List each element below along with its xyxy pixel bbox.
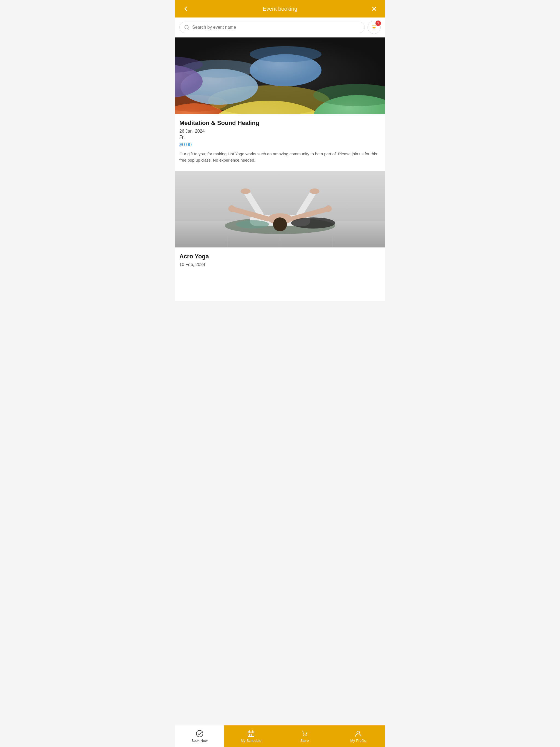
event-card: Meditation & Sound Healing 26 Jan, 2024 … bbox=[175, 37, 385, 169]
event-description: Our gift to you, for making Hot Yoga wor… bbox=[179, 151, 381, 163]
back-button[interactable] bbox=[180, 3, 192, 14]
search-input[interactable] bbox=[192, 25, 360, 30]
search-container: 1 bbox=[175, 18, 385, 37]
svg-point-14 bbox=[250, 46, 322, 62]
store-label: Store bbox=[300, 739, 309, 743]
svg-rect-44 bbox=[251, 734, 252, 735]
check-circle-icon bbox=[196, 730, 203, 738]
event-title: Meditation & Sound Healing bbox=[179, 120, 381, 127]
book-now-label: Book Now bbox=[192, 739, 207, 743]
svg-rect-43 bbox=[249, 734, 250, 735]
search-wrapper bbox=[179, 22, 365, 33]
filter-badge: 1 bbox=[376, 21, 381, 26]
svg-point-31 bbox=[273, 217, 287, 231]
event-date-second: 10 Feb, 2024 bbox=[179, 262, 381, 267]
bottom-navigation: Book Now My Schedule Stor bbox=[175, 725, 385, 747]
filter-button[interactable]: 1 bbox=[367, 21, 381, 34]
calendar-icon bbox=[247, 730, 255, 738]
event-info-second: Acro Yoga 10 Feb, 2024 bbox=[175, 248, 385, 274]
event-price: $0.00 bbox=[179, 142, 381, 148]
event-title-second: Acro Yoga bbox=[179, 253, 381, 260]
my-profile-label: My Profile bbox=[350, 739, 366, 743]
nav-tabs: My Schedule Store My Profile bbox=[224, 725, 385, 747]
svg-point-34 bbox=[228, 205, 235, 212]
page-title: Event booking bbox=[192, 6, 368, 12]
svg-point-28 bbox=[240, 188, 250, 194]
svg-rect-17 bbox=[175, 171, 385, 220]
search-icon bbox=[184, 25, 189, 30]
event-info: Meditation & Sound Healing 26 Jan, 2024 … bbox=[175, 114, 385, 169]
tab-my-profile[interactable]: My Profile bbox=[331, 725, 385, 747]
svg-point-47 bbox=[303, 735, 304, 736]
tab-store[interactable]: Store bbox=[278, 725, 331, 747]
my-schedule-label: My Schedule bbox=[240, 739, 261, 743]
svg-point-37 bbox=[236, 220, 269, 228]
svg-rect-46 bbox=[251, 735, 252, 736]
person-icon bbox=[354, 730, 362, 738]
svg-point-29 bbox=[309, 188, 320, 194]
svg-point-38 bbox=[196, 730, 203, 737]
svg-rect-45 bbox=[249, 735, 250, 736]
cart-icon bbox=[301, 730, 308, 738]
svg-point-36 bbox=[291, 217, 335, 228]
event-card-second: Acro Yoga 10 Feb, 2024 bbox=[175, 171, 385, 274]
events-content: Meditation & Sound Healing 26 Jan, 2024 … bbox=[175, 37, 385, 301]
svg-point-35 bbox=[325, 205, 332, 212]
event-image-sound-bowls bbox=[175, 37, 385, 114]
close-button[interactable] bbox=[368, 3, 380, 14]
svg-point-49 bbox=[357, 731, 360, 734]
app-header: Event booking bbox=[175, 0, 385, 18]
book-now-button[interactable]: Book Now bbox=[175, 725, 224, 747]
event-day: Fri bbox=[179, 135, 381, 140]
tab-my-schedule[interactable]: My Schedule bbox=[224, 725, 278, 747]
event-date: 26 Jan, 2024 bbox=[179, 129, 381, 134]
event-image-yoga bbox=[175, 171, 385, 248]
svg-point-48 bbox=[305, 735, 307, 736]
